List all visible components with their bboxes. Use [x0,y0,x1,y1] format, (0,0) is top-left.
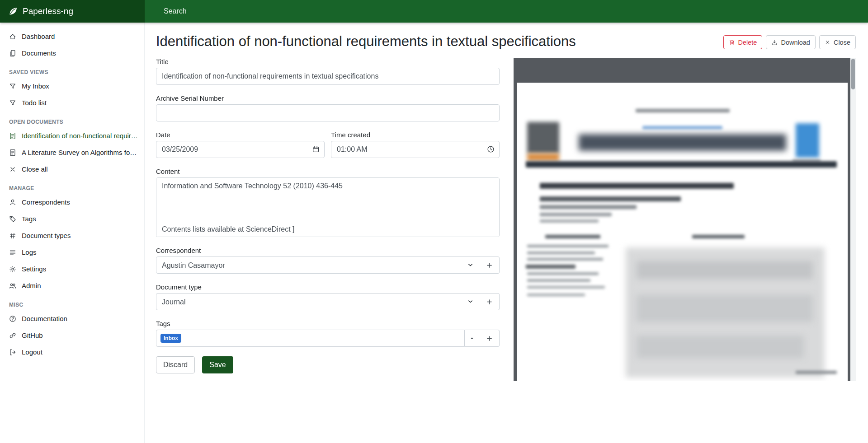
pdf-blurred-content [527,272,599,275]
sidebar-item-documentation[interactable]: Documentation [0,310,144,327]
sidebar-item-label: Documentation [22,314,67,323]
close-button-label: Close [834,39,850,46]
sidebar-item-label: GitHub [22,331,43,340]
house-icon [9,33,16,40]
close-button[interactable]: Close [819,35,856,49]
sidebar-heading-misc: MISC [0,294,144,310]
sidebar-open-document-2[interactable]: A Literature Survey on Algorithms for Mu… [0,144,144,161]
add-document-type-button[interactable] [479,293,500,310]
pdf-blurred-content [636,109,730,112]
sidebar-item-settings[interactable]: Settings [0,261,144,277]
title-input[interactable] [156,68,500,85]
leaf-logo-icon [8,6,18,16]
x-icon [825,39,830,45]
trash-icon [729,39,735,46]
plus-icon [486,262,493,269]
download-button[interactable]: Download [766,35,816,49]
correspondent-select[interactable]: Agustin Casamayor [156,256,479,274]
github-icon [9,332,16,339]
download-button-label: Download [781,39,810,46]
delete-button[interactable]: Delete [723,35,763,49]
app-brand[interactable]: Paperless-ng [0,0,145,23]
pdf-blurred-content [526,265,576,269]
pdf-blurred-content [540,205,637,209]
sidebar-item-label: My Inbox [22,82,49,90]
sidebar-heading-saved-views: SAVED VIEWS [0,61,144,78]
form-buttons: Discard Save [156,356,500,373]
gear-icon [9,266,16,273]
save-button[interactable]: Save [202,356,233,373]
search-input[interactable] [164,7,507,15]
sidebar-item-my-inbox[interactable]: My Inbox [0,78,144,94]
sidebar-item-label: Todo list [22,98,47,107]
sidebar-item-correspondents[interactable]: Correspondents [0,194,144,210]
discard-button[interactable]: Discard [156,356,195,373]
content-label: Content [156,168,500,175]
plus-icon [486,335,493,342]
hash-icon [9,232,16,239]
archive-serial-number-label: Archive Serial Number [156,94,500,102]
search-area [145,0,868,23]
sidebar: Dashboard Documents SAVED VIEWS My Inbox… [0,23,145,443]
pdf-blurred-content [796,123,819,158]
list-icon [9,249,16,256]
sidebar-item-label: Admin [22,281,41,290]
tags-dropdown-toggle[interactable] [465,330,479,347]
sidebar-item-label: Tags [22,215,36,223]
pdf-blurred-content [527,245,609,247]
pdf-blurred-content [637,261,813,279]
time-created-label: Time created [331,131,500,139]
sidebar-item-label: Settings [22,265,46,273]
title-label: Title [156,58,500,65]
header-actions: Delete Download Close [723,35,856,49]
pdf-scrollbar-thumb[interactable] [851,59,855,89]
sidebar-item-document-types[interactable]: Document types [0,227,144,244]
content-textarea[interactable]: Information and Software Technology 52 (… [156,177,500,237]
add-tag-button[interactable] [479,330,500,347]
funnel-icon [9,99,16,107]
pdf-blurred-content [796,371,837,374]
main-content: Identification of non-functional require… [145,0,868,381]
pdf-blurred-content [527,154,559,161]
content-row: Title Archive Serial Number Date Time cr… [145,58,868,381]
page-title: Identification of non-functional require… [156,33,576,51]
sidebar-heading-open-documents: OPEN DOCUMENTS [0,111,144,127]
pdf-blurred-content [540,213,612,216]
page-header: Identification of non-functional require… [145,23,868,51]
date-input[interactable] [156,141,325,158]
sidebar-item-label: Dashboard [22,32,55,41]
time-created-input[interactable] [331,141,500,158]
archive-serial-number-input[interactable] [156,104,500,121]
sidebar-item-tags[interactable]: Tags [0,210,144,227]
question-circle-icon [9,315,16,322]
sidebar-item-documents[interactable]: Documents [0,45,144,61]
document-edit-form: Title Archive Serial Number Date Time cr… [156,58,500,381]
sidebar-item-logout[interactable]: Logout [0,344,144,360]
tag-badge-inbox[interactable]: Inbox [160,334,181,343]
pdf-blurred-content [527,252,595,254]
sidebar-item-github[interactable]: GitHub [0,327,144,344]
tags-label: Tags [156,320,500,327]
pdf-page [517,83,848,381]
pdf-blurred-content [527,294,585,296]
file-text-icon [9,149,16,156]
sidebar-item-todo-list[interactable]: Todo list [0,94,144,111]
pdf-blurred-content [540,219,599,223]
pdf-blurred-content [637,336,804,358]
sidebar-item-admin[interactable]: Admin [0,277,144,294]
sidebar-item-label: Identification of non-functional require… [22,131,138,140]
sidebar-open-document-1[interactable]: Identification of non-functional require… [0,127,144,144]
sidebar-item-logs[interactable]: Logs [0,244,144,261]
sidebar-item-label: Document types [22,231,71,240]
sidebar-item-dashboard[interactable]: Dashboard [0,28,144,45]
pdf-scrollbar[interactable] [850,58,856,381]
sidebar-item-label: Documents [22,49,56,57]
tag-icon [9,215,16,223]
sidebar-item-label: Close all [22,165,48,173]
add-correspondent-button[interactable] [479,256,500,274]
sidebar-item-close-all[interactable]: Close all [0,161,144,177]
tags-input[interactable]: Inbox [156,330,465,347]
brand-name: Paperless-ng [23,6,73,16]
pdf-preview[interactable] [514,58,856,381]
document-type-select[interactable]: Journal [156,293,479,310]
